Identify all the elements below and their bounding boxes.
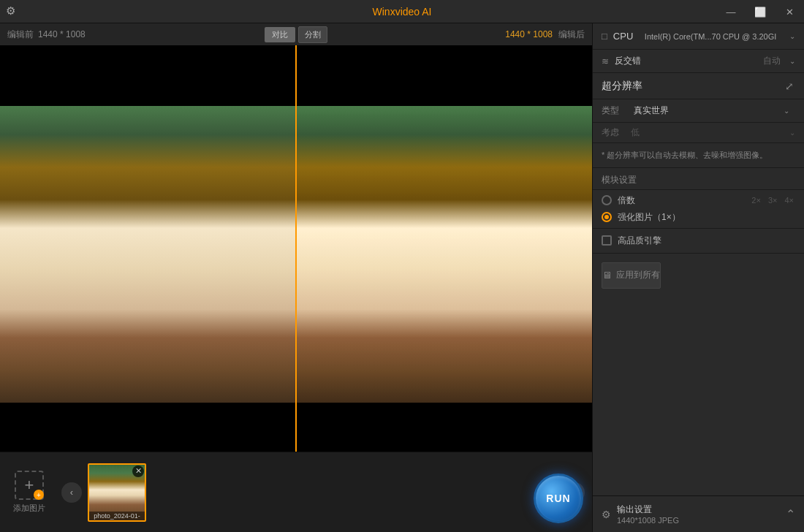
radio-enhance-label: 强化图片（1×） [618,211,680,224]
opt-3x[interactable]: 3× [767,196,779,205]
checkbox-row-quality-engine: 高品质引擎 [593,229,804,254]
preview-before [0,45,296,452]
output-icon: ⚙ [602,509,611,520]
type-dropdown-icon: ⌄ [784,107,789,115]
right-panel-scroll[interactable]: □ CPU Intel(R) Core(TM...70 CPU @ 3.20GI… [593,23,804,495]
strip-nav-left[interactable]: ‹ [61,482,82,503]
checkbox-quality-engine[interactable] [602,235,612,246]
preview-canvas [0,45,592,452]
after-size: 1440 * 1008 [505,29,553,39]
anti-alias-row: ≋ 反交错 自动 ⌄ [593,50,804,73]
radio-multiplier[interactable] [602,195,612,205]
apply-label: 应用到所有 [616,269,660,281]
anti-label: 反交错 [615,55,757,67]
anti-dropdown-icon: ⌄ [789,57,795,65]
add-image-button[interactable]: + + 添加图片 [0,452,58,532]
type-select[interactable]: 真实世界 ⌄ [628,104,795,117]
quality-field-row: 考虑 低 ⌄ [593,123,804,143]
after-label: 编辑后 [558,28,585,41]
cpu-label: CPU [613,31,639,42]
anti-icon: ≋ [602,56,609,66]
preview-topbar: 编辑前 1440 * 1008 对比 分割 1440 * 1008 编辑后 [0,23,592,45]
cpu-dropdown-icon: ⌄ [789,32,795,40]
window-controls: — ⬜ ✕ [716,0,804,23]
checkbox-quality-label: 高品质引擎 [618,235,661,247]
before-image [0,45,296,452]
output-info: 输出设置 1440*1008 JPEG [617,503,679,525]
cpu-row: □ CPU Intel(R) Core(TM...70 CPU @ 3.20GI… [593,23,804,50]
app-title: Winxvideo AI [373,6,432,18]
thumb-label: photo_2024-01- [89,512,145,520]
super-res-header: 超分辨率 ⤢ [593,73,804,99]
before-size: 1440 * 1008 [38,29,86,39]
split-line[interactable] [295,45,297,452]
quality-label: 考虑 [602,126,631,139]
after-image [296,45,592,452]
main-layout: 编辑前 1440 * 1008 对比 分割 1440 * 1008 编辑后 [0,23,804,532]
close-button[interactable]: ✕ [775,0,804,23]
radio-group: 倍数 2× 3× 4× 强化图片（1×） [593,190,804,229]
output-expand-button[interactable]: ⌃ [786,507,795,521]
apply-to-all-button[interactable]: 🖥 应用到所有 [602,262,661,289]
module-settings-header: 模块设置 [593,168,804,190]
multiplier-options: 2× 3× 4× [750,196,795,205]
preview-right: 1440 * 1008 编辑后 [505,28,585,41]
quality-value: 低 [631,126,640,139]
split-view-button[interactable]: 分割 [298,26,327,43]
radio-multiplier-label: 倍数 [618,194,635,207]
before-label: 编辑前 [7,28,34,41]
output-left: ⚙ 输出设置 1440*1008 JPEG [602,503,679,525]
cpu-value: Intel(R) Core(TM...70 CPU @ 3.20GI [645,32,784,41]
cpu-icon: □ [602,31,607,42]
type-value: 真实世界 [634,104,669,117]
super-res-title: 超分辨率 [602,80,642,93]
titlebar: ⚙ Winxvideo AI — ⬜ ✕ [0,0,804,23]
add-icon: + + [15,471,44,500]
strip-thumbnail[interactable]: ✕ photo_2024-01- [88,463,146,522]
opt-4x[interactable]: 4× [783,196,795,205]
right-panel: □ CPU Intel(R) Core(TM...70 CPU @ 3.20GI… [592,23,804,532]
output-detail: 1440*1008 JPEG [617,516,679,525]
toggle-compare-button[interactable]: 对比 [265,27,295,42]
radio-row-multiplier: 倍数 2× 3× 4× [602,194,795,207]
minimize-button[interactable]: — [716,0,746,23]
type-field-row: 类型 真实世界 ⌄ [593,99,804,123]
output-settings: ⚙ 输出设置 1440*1008 JPEG ⌃ [593,495,804,532]
add-label: 添加图片 [13,503,45,514]
radio-row-enhance: 强化图片（1×） [602,211,795,224]
restore-button[interactable]: ⬜ [746,0,775,23]
run-button[interactable]: RUN [534,474,583,523]
radio-enhance[interactable] [602,212,612,222]
preview-area: 编辑前 1440 * 1008 对比 分割 1440 * 1008 编辑后 [0,23,592,532]
thumb-close-button[interactable]: ✕ [132,466,144,477]
preview-controls: 对比 分割 [265,26,327,43]
preview-after [296,45,592,452]
apply-icon: 🖥 [602,270,612,281]
super-res-expand-button[interactable]: ⤢ [784,79,795,94]
super-res-note: * 超分辨率可以自动去模糊、去噪和增强图像。 [593,143,804,168]
type-label: 类型 [602,104,628,117]
gear-button[interactable]: ⚙ [6,4,15,18]
filmstrip: + + 添加图片 ‹ ✕ photo_2024-01- › RUN [0,452,592,532]
quality-arrow: ⌄ [789,129,795,137]
anti-value: 自动 [763,55,781,67]
strip-items: ✕ photo_2024-01- [82,463,564,522]
opt-2x[interactable]: 2× [750,196,762,205]
output-title: 输出设置 [617,503,679,516]
